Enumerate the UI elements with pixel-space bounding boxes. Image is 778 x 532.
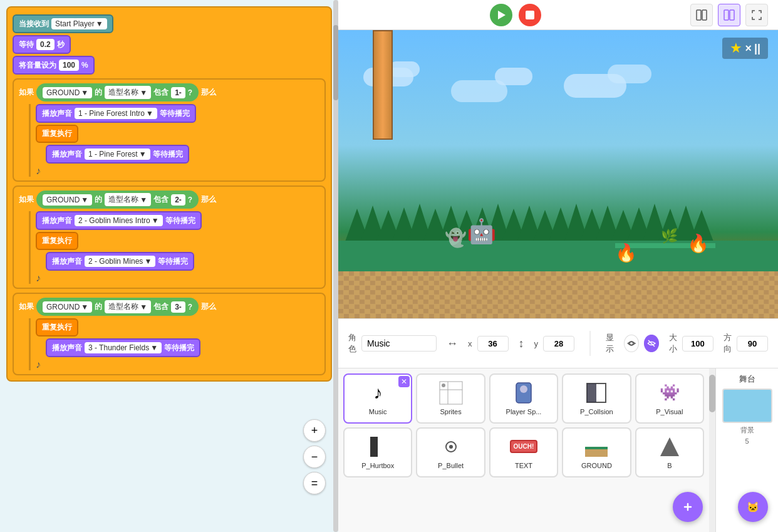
character-sprite: 🤖 bbox=[467, 219, 496, 243]
play-loop-1[interactable]: 播放声音 1 - Pine Forest▼ 等待播完 bbox=[46, 145, 319, 164]
play-intro-block-1[interactable]: 播放声音 1 - Pine Forest Intro▼ 等待播完 bbox=[36, 104, 196, 123]
y-value[interactable]: 28 bbox=[543, 336, 574, 352]
size-value[interactable]: 100 bbox=[682, 336, 713, 352]
repeat-label-3: 重复执行 bbox=[36, 318, 78, 336]
sprite-item-player-sp[interactable]: Player Sp... bbox=[489, 373, 558, 424]
stop-button[interactable] bbox=[519, 4, 541, 26]
zoom-out-button[interactable]: − bbox=[303, 446, 326, 468]
event-block[interactable]: 当接收到 Start Player ▼ bbox=[13, 14, 113, 33]
b-name: B bbox=[667, 462, 672, 469]
code-scrollbar[interactable] bbox=[333, 0, 338, 532]
sprite-name-input[interactable] bbox=[361, 335, 437, 352]
play-loop-block-3[interactable]: 播放声音 3 - Thunder Fields▼ 等待播完 bbox=[46, 338, 200, 357]
hat-label: 当接收到 bbox=[19, 19, 49, 29]
stop-icon bbox=[526, 11, 534, 19]
volume-value[interactable]: 100 bbox=[59, 60, 79, 71]
delete-music-button[interactable]: ✕ bbox=[398, 376, 410, 387]
svg-rect-46 bbox=[585, 447, 608, 449]
play-loop-2[interactable]: 播放声音 2 - Goblin Mines▼ 等待播完 bbox=[46, 252, 319, 271]
eye-show-button[interactable] bbox=[624, 335, 639, 352]
play-loop-3[interactable]: 播放声音 3 - Thunder Fields▼ 等待播完 bbox=[46, 338, 319, 357]
ground-name: GROUND bbox=[581, 462, 612, 469]
sound-loop-3-dropdown[interactable]: 3 - Thunder Fields▼ bbox=[85, 342, 162, 353]
block-group-1: 当接收到 Start Player ▼ 等待 0.2 秒 将音量设为 100 % bbox=[6, 6, 332, 382]
sprites-name: Sprites bbox=[440, 408, 461, 415]
if3-value[interactable]: 3- bbox=[171, 301, 185, 313]
sprite-scrollbar-thumb[interactable] bbox=[709, 375, 715, 412]
sprite-scrollbar[interactable] bbox=[709, 368, 715, 532]
hat-block[interactable]: 当接收到 Start Player ▼ bbox=[13, 14, 326, 33]
sprite-item-ground[interactable]: GROUND bbox=[562, 427, 631, 477]
divider bbox=[589, 331, 591, 356]
p-visual-name: P_Visual bbox=[656, 408, 683, 415]
code-scrollbar-thumb[interactable] bbox=[333, 25, 338, 100]
svg-point-37 bbox=[442, 383, 445, 387]
volume-block-inner[interactable]: 将音量设为 100 % bbox=[13, 56, 95, 75]
ground-dropdown-3[interactable]: GROUND▼ bbox=[43, 301, 92, 313]
hat-event-dropdown[interactable]: Start Player ▼ bbox=[51, 18, 107, 29]
sprite-item-music[interactable]: ✕ ♪ Music bbox=[343, 373, 412, 424]
volume-block[interactable]: 将音量设为 100 % bbox=[13, 56, 326, 75]
sound-loop-2-dropdown[interactable]: 2 - Goblin Mines▼ bbox=[85, 256, 155, 267]
sprite-item-sprites[interactable]: Sprites bbox=[416, 373, 485, 424]
sprite-name-group: 角色 bbox=[348, 332, 437, 355]
costume-dropdown-1[interactable]: 造型名称▼ bbox=[105, 86, 151, 99]
sprite-item-p-hurtbox[interactable]: P_Hurtbox bbox=[343, 427, 412, 477]
p-visual-thumb: 👾 bbox=[654, 378, 685, 407]
if2-value[interactable]: 2- bbox=[171, 194, 185, 206]
costume-dropdown-2[interactable]: 造型名称▼ bbox=[105, 193, 151, 206]
eye-hide-button[interactable] bbox=[644, 335, 659, 352]
toolbar bbox=[338, 0, 778, 30]
condition-2[interactable]: GROUND▼ 的 造型名称▼ 包含 2- ? bbox=[36, 190, 199, 209]
wait-value[interactable]: 0.2 bbox=[36, 39, 54, 50]
wait-block[interactable]: 等待 0.2 秒 bbox=[13, 35, 326, 54]
sound-intro-1-dropdown[interactable]: 1 - Pine Forest Intro▼ bbox=[75, 108, 157, 119]
view-split-button[interactable] bbox=[718, 4, 740, 26]
svg-rect-42 bbox=[370, 437, 378, 457]
stage-ui-overlay: ★ × || bbox=[722, 38, 768, 59]
sprite-item-b[interactable]: B bbox=[635, 427, 704, 477]
repeat-block-1: 重复执行 bbox=[36, 125, 319, 143]
green-flag-button[interactable] bbox=[490, 4, 512, 26]
svg-rect-2 bbox=[702, 10, 707, 20]
play-intro-1[interactable]: 播放声音 1 - Pine Forest Intro▼ 等待播完 bbox=[36, 104, 319, 123]
svg-line-33 bbox=[648, 340, 655, 347]
sound-intro-2-dropdown[interactable]: 2 - Goblin Mines Intro▼ bbox=[75, 215, 163, 226]
enemy-ghost: 👻 bbox=[445, 227, 467, 248]
view-normal-button[interactable] bbox=[690, 4, 713, 26]
p-bullet-name: P_Bullet bbox=[438, 462, 464, 469]
sound-loop-1-dropdown[interactable]: 1 - Pine Forest▼ bbox=[85, 149, 150, 160]
y-group: y 28 bbox=[534, 336, 575, 352]
add-sprite-button[interactable] bbox=[673, 492, 703, 522]
if-body-2: 播放声音 2 - Goblin Mines Intro▼ 等待播完 重复执行 播… bbox=[29, 211, 319, 284]
sprite-item-p-visual[interactable]: 👾 P_Visual bbox=[635, 373, 704, 424]
condition-3[interactable]: GROUND▼ 的 造型名称▼ 包含 3- ? bbox=[36, 298, 199, 316]
b-thumb bbox=[654, 432, 685, 461]
x-value[interactable]: 36 bbox=[477, 336, 509, 352]
lives-x: × bbox=[745, 42, 752, 55]
stage-thumbnail[interactable] bbox=[722, 389, 772, 423]
sprite-item-text[interactable]: OUCH! TEXT bbox=[489, 427, 558, 477]
condition-1[interactable]: GROUND▼ 的 造型名称▼ 包含 1- ? bbox=[36, 83, 199, 102]
play-intro-2[interactable]: 播放声音 2 - Goblin Mines Intro▼ 等待播完 bbox=[36, 211, 319, 230]
svg-rect-4 bbox=[730, 10, 734, 20]
costume-dropdown-3[interactable]: 造型名称▼ bbox=[105, 300, 151, 313]
sprite-item-p-bullet[interactable]: P_Bullet bbox=[416, 427, 485, 477]
zoom-in-button[interactable]: + bbox=[303, 419, 326, 442]
repeat-block-2: 重复执行 bbox=[36, 232, 319, 250]
if1-value[interactable]: 1- bbox=[171, 87, 185, 98]
direction-value[interactable]: 90 bbox=[737, 336, 768, 352]
add-stage-button[interactable]: 🐱 bbox=[738, 492, 768, 522]
play-intro-block-2[interactable]: 播放声音 2 - Goblin Mines Intro▼ 等待播完 bbox=[36, 211, 202, 230]
zoom-reset-button[interactable]: = bbox=[303, 472, 326, 494]
sprite-item-p-collsion[interactable]: P_Collsion bbox=[562, 373, 631, 424]
repeat-label-2: 重复执行 bbox=[36, 232, 78, 250]
toolbar-right bbox=[690, 4, 768, 26]
wait-block-inner[interactable]: 等待 0.2 秒 bbox=[13, 35, 71, 54]
svg-rect-45 bbox=[585, 449, 608, 457]
play-loop-block-2[interactable]: 播放声音 2 - Goblin Mines▼ 等待播完 bbox=[46, 252, 194, 271]
view-fullscreen-button[interactable] bbox=[745, 4, 768, 26]
ground-dropdown-2[interactable]: GROUND▼ bbox=[43, 194, 92, 206]
play-loop-block-1[interactable]: 播放声音 1 - Pine Forest▼ 等待播完 bbox=[46, 145, 189, 164]
ground-dropdown-1[interactable]: GROUND▼ bbox=[43, 87, 92, 98]
